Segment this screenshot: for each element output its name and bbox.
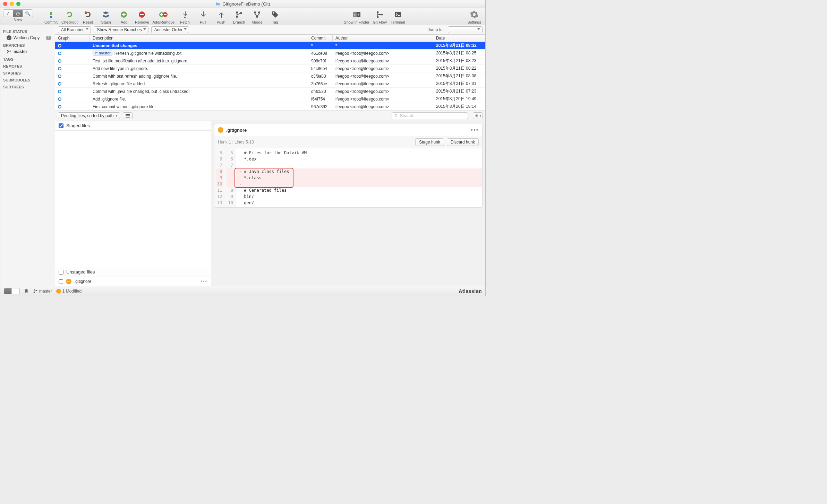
add-button[interactable]: Add: [116, 9, 132, 24]
svg-point-18: [377, 11, 378, 13]
view-mode-check[interactable]: ✓: [3, 10, 13, 17]
sidebar-head-stashes[interactable]: STASHES: [0, 69, 55, 76]
svg-point-22: [7, 50, 9, 51]
commit-row[interactable]: Add new file type in .gitignore.54c86b4i…: [55, 65, 485, 72]
file-actions-button[interactable]: •••: [201, 279, 207, 284]
col-date[interactable]: Date: [433, 35, 485, 42]
unstaged-checkbox[interactable]: [59, 270, 63, 275]
file-name-label: .gitignore: [74, 279, 91, 284]
svg-point-6: [184, 17, 186, 18]
window-titlebar: GitignoreFileDemo (Git): [0, 0, 485, 8]
file-search-input[interactable]: Search: [392, 112, 468, 119]
svg-point-16: [355, 14, 356, 15]
close-window-button[interactable]: [3, 2, 7, 6]
commit-list[interactable]: Uncommitted changes**2015年8月21日 08:32mas…: [55, 42, 485, 111]
settings-button[interactable]: Settings: [466, 9, 483, 24]
branch-icon: [33, 289, 38, 294]
filter-branches-select[interactable]: All Branches: [58, 26, 91, 33]
unstaged-section-head[interactable]: Unstaged files: [55, 267, 211, 277]
statusbar-branch[interactable]: master: [33, 289, 52, 294]
sb-view-b[interactable]: [12, 288, 19, 294]
commit-table-header: Graph Description Commit Author Date: [55, 35, 485, 42]
sidebar-item-label: Working Copy: [14, 35, 40, 40]
jumpto-select[interactable]: [448, 26, 483, 33]
commit-row[interactable]: Commit with test refresh adding .gitigno…: [55, 72, 485, 80]
diff-actions-button[interactable]: •••: [471, 127, 479, 133]
check-icon: ✓: [7, 35, 11, 40]
svg-point-1: [85, 11, 87, 14]
commit-row[interactable]: Commit with .java file changed, but .cla…: [55, 88, 485, 95]
view-switcher[interactable]: ✓ ◷ 🔍: [3, 9, 33, 17]
staged-checkbox[interactable]: [59, 123, 63, 128]
pull-button[interactable]: Pull: [195, 9, 211, 24]
filter-order-select[interactable]: Ancestor Order: [151, 26, 189, 33]
minimize-window-button[interactable]: [10, 2, 14, 6]
reset-button[interactable]: Reset: [79, 9, 96, 24]
staged-section-head[interactable]: Staged files: [55, 121, 211, 131]
terminal-button[interactable]: Terminal: [390, 9, 406, 24]
file-row-gitignore[interactable]: ⋯ .gitignore •••: [55, 277, 211, 286]
bookmark-icon[interactable]: [24, 289, 29, 294]
modified-icon: ⋯: [56, 289, 61, 294]
filter-remote-select[interactable]: Show Remote Branches: [94, 26, 148, 33]
discard-hunk-button[interactable]: Discard hunk: [447, 138, 479, 146]
statusbar-view-toggle[interactable]: [4, 288, 20, 294]
stage-hunk-button[interactable]: Stage hunk: [415, 138, 444, 146]
checkout-button[interactable]: Checkout: [61, 9, 78, 24]
staged-area[interactable]: [55, 131, 211, 267]
merge-button[interactable]: Merge: [249, 9, 265, 24]
commit-row[interactable]: Test .txt file modification after add .t…: [55, 57, 485, 65]
sidebar-head-remotes[interactable]: REMOTES: [0, 62, 55, 69]
brand-label: Atlassian: [459, 288, 482, 294]
commit-row[interactable]: masterRefresh .gitignore file withadding…: [55, 50, 485, 57]
file-checkbox[interactable]: [59, 279, 63, 284]
gitflow-button[interactable]: Git Flow: [372, 9, 388, 24]
svg-rect-21: [395, 12, 401, 17]
branch-tag[interactable]: master: [93, 51, 112, 55]
list-mode-button[interactable]: [123, 112, 133, 119]
sidebar: FILE STATUS ✓ Working Copy 1 BRANCHES ma…: [0, 25, 55, 286]
folder-icon: [215, 2, 220, 7]
col-author[interactable]: Author: [333, 35, 433, 42]
show-in-finder-button[interactable]: Show in Finder: [343, 9, 370, 24]
sidebar-head-submodules[interactable]: SUBMODULES: [0, 76, 55, 83]
diff-header: ⋯ .gitignore •••: [214, 124, 482, 136]
statusbar: master ⋯ 1 Modified Atlassian: [0, 286, 485, 296]
stash-button[interactable]: Stash: [97, 9, 114, 24]
zoom-window-button[interactable]: [16, 2, 20, 6]
pending-sort-select[interactable]: Pending files, sorted by path: [58, 112, 120, 119]
commit-row[interactable]: Add .gitignore file.f64f754ifeegoo <root…: [55, 95, 485, 103]
sidebar-head-subtrees[interactable]: SUBTREES: [0, 83, 55, 90]
view-mode-search[interactable]: 🔍: [23, 10, 33, 17]
addremove-button[interactable]: Add/Remove: [152, 9, 175, 24]
diff-settings-button[interactable]: ▾: [473, 112, 483, 119]
view-mode-clock[interactable]: ◷: [13, 10, 23, 17]
diff-pane: ⋯ .gitignore ••• Hunk 1 : Lines 5-10 Sta…: [211, 121, 485, 286]
diff-filename: .gitignore: [226, 128, 247, 133]
col-description[interactable]: Description: [90, 35, 308, 42]
hunk-bar: Hunk 1 : Lines 5-10 Stage hunk Discard h…: [214, 136, 482, 148]
sidebar-item-workingcopy[interactable]: ✓ Working Copy 1: [0, 34, 55, 41]
statusbar-modified[interactable]: ⋯ 1 Modified: [56, 289, 82, 294]
sidebar-head-tags[interactable]: TAGS: [0, 55, 55, 62]
col-commit[interactable]: Commit: [308, 35, 333, 42]
tag-button[interactable]: Tag: [267, 9, 283, 24]
svg-point-10: [254, 11, 256, 14]
commit-row[interactable]: Refresh .gitignore file added.3b766ceife…: [55, 80, 485, 88]
svg-point-31: [34, 292, 35, 293]
diff-body[interactable]: 56789101112135678910 # Files for the Dal…: [214, 148, 482, 207]
svg-point-7: [236, 11, 238, 14]
gear-icon: [474, 113, 479, 118]
sb-view-a[interactable]: [4, 288, 12, 294]
push-button[interactable]: Push: [213, 9, 229, 24]
commit-row[interactable]: Uncommitted changes**2015年8月21日 08:32: [55, 42, 485, 50]
sidebar-item-master[interactable]: master: [0, 48, 55, 55]
remove-button[interactable]: Remove: [134, 9, 150, 24]
commit-button[interactable]: Commit: [43, 9, 59, 24]
col-graph[interactable]: Graph: [55, 35, 90, 42]
hunk-title: Hunk 1 : Lines 5-10: [218, 140, 254, 145]
fetch-button[interactable]: Fetch: [177, 9, 193, 24]
svg-point-8: [236, 16, 238, 18]
branch-button[interactable]: Branch: [231, 9, 247, 24]
commit-row[interactable]: First commit without .gitignore file.967…: [55, 103, 485, 111]
